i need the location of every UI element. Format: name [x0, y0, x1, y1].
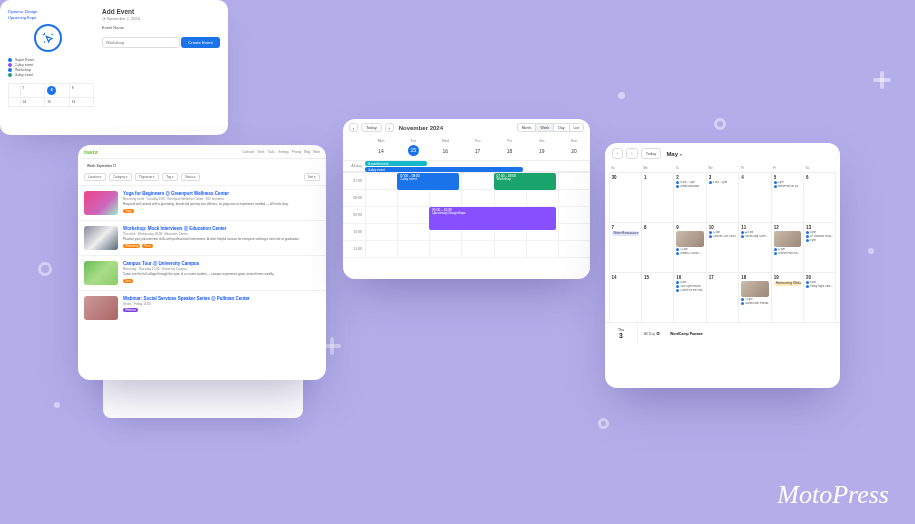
event-item[interactable]: 8 pm	[806, 231, 833, 234]
nav-link[interactable]: Tasks	[267, 150, 275, 154]
day-cell[interactable]: 208 pmFriday Night Dance Party	[803, 272, 836, 323]
event-row[interactable]: Yoga for Beginners @ Greenport Wellness …	[78, 185, 326, 220]
filter-chip[interactable]: Category ▾	[109, 173, 132, 181]
day-cell[interactable]: 8	[641, 222, 674, 273]
event-item[interactable]: Crochet Park Place Outing	[774, 252, 801, 255]
today-button[interactable]: Today	[361, 123, 382, 132]
nav-link[interactable]: Work	[258, 150, 265, 154]
day-strip-event[interactable]: WordCamp Pawnee	[670, 332, 703, 336]
filter-chip[interactable]: Tag ▾	[162, 173, 178, 181]
nav-link[interactable]: More	[313, 150, 320, 154]
event-item[interactable]: Crochet Club Lunch	[709, 235, 736, 238]
timed-event[interactable]: 09:00 – 10:30Upcoming Design Expo	[429, 207, 555, 230]
day-number[interactable]: 15	[397, 143, 429, 160]
day-cell[interactable]: 168 am14th Open HouseConcert in the Park	[673, 272, 706, 323]
event-item[interactable]: 8 pm	[806, 281, 833, 284]
site-logo[interactable]: tsetz	[84, 149, 98, 155]
nav-link[interactable]: Settings	[278, 150, 289, 154]
day-cell[interactable]: 1	[641, 172, 674, 223]
filter-chip[interactable]: Status ▾	[181, 173, 200, 181]
event-item[interactable]: ■ 9 am	[741, 231, 768, 234]
mini-day[interactable]: 14	[20, 97, 46, 107]
event-item[interactable]: Concert in the Park	[676, 289, 703, 292]
event-item[interactable]: 12 pm	[774, 248, 801, 251]
allday-event[interactable]: 4-day event	[365, 167, 523, 172]
event-row[interactable]: Webinar: Social Services Speaker Series …	[78, 290, 326, 325]
day-cell[interactable]: 29 am – 5 pmWaffle Breakfast	[673, 172, 706, 223]
event-item[interactable]: 14th Open House	[676, 285, 703, 288]
day-cell[interactable]: 14	[609, 272, 642, 323]
event-item[interactable]: 2 pm	[774, 181, 801, 184]
mini-day[interactable]: 16	[69, 97, 95, 107]
day-number[interactable]: 17	[461, 143, 493, 160]
create-event-button[interactable]: Create Event	[181, 37, 219, 48]
view-month[interactable]: Month	[518, 124, 536, 131]
multi-day-event[interactable]: Winter Renaissance Fair	[612, 231, 639, 236]
filter-chip[interactable]: Location ▾	[84, 173, 106, 181]
day-number[interactable]: 18	[494, 143, 526, 160]
mini-day[interactable]: 7	[20, 83, 46, 98]
event-item[interactable]: WordCamp Overview	[741, 235, 768, 238]
day-cell[interactable]: 17	[706, 272, 739, 323]
event-title[interactable]: Webinar: Social Services Speaker Series …	[123, 296, 320, 301]
event-item[interactable]: 12 pm	[741, 298, 768, 301]
view-week[interactable]: Week	[535, 124, 553, 131]
prev-month-button[interactable]: ‹	[612, 148, 623, 159]
day-number[interactable]: 16	[429, 143, 461, 160]
day-cell[interactable]: 11■ 9 amWordCamp Overview	[738, 222, 771, 273]
day-cell[interactable]: 138 pmLF Donation Fundraiser8 pm	[803, 222, 836, 273]
next-month-button[interactable]: ›	[626, 148, 637, 159]
month-title[interactable]: May ▾	[666, 151, 681, 157]
day-number[interactable]: 19	[526, 143, 558, 160]
nav-link[interactable]: Pricing	[292, 150, 301, 154]
day-number[interactable]: 14	[365, 143, 397, 160]
event-item[interactable]: 9 am – 5 pm	[709, 181, 736, 184]
event-title[interactable]: Yoga for Beginners @ Greenport Wellness …	[123, 191, 320, 196]
event-name-input[interactable]	[102, 37, 180, 48]
event-item[interactable]: 8 am	[676, 281, 703, 284]
mini-day[interactable]: 15	[44, 97, 70, 107]
sort-button[interactable]: Sort ▾	[304, 173, 320, 181]
today-button[interactable]: Today	[641, 148, 662, 159]
timed-event[interactable]: 07:00 – 08:002-day event	[397, 173, 459, 190]
event-item[interactable]: 9 am – 5 pm	[676, 181, 703, 184]
mini-day[interactable]: 8	[44, 83, 70, 98]
event-item[interactable]: WordPress for Writers Workshop	[774, 185, 801, 188]
event-item[interactable]: Waffles Crochet Club Lunch	[676, 252, 703, 255]
day-cell[interactable]: 1212 pmCrochet Park Place Outing	[771, 222, 804, 273]
day-number[interactable]: 20	[558, 143, 590, 160]
day-cell[interactable]: 15	[641, 272, 674, 323]
view-day[interactable]: Day	[553, 124, 568, 131]
day-cell[interactable]: 19Homecoming Weekend	[771, 272, 804, 323]
view-list[interactable]: List	[569, 124, 583, 131]
day-cell[interactable]: 1812 pmWaffles with Friends	[738, 272, 771, 323]
day-cell[interactable]: 30	[609, 172, 642, 223]
event-item[interactable]: 12 pm	[709, 231, 736, 234]
event-item[interactable]: 12 pm	[676, 248, 703, 251]
event-item[interactable]: Friday Night Dance Party	[806, 285, 833, 288]
month-grid[interactable]: 30129 am – 5 pmWaffle Breakfast39 am – 5…	[605, 172, 840, 322]
day-cell[interactable]: 6	[803, 172, 836, 223]
event-row[interactable]: Workshop: Mock Interviews @ Education Ce…	[78, 220, 326, 255]
filter-chip[interactable]: Organizer ▾	[135, 173, 159, 181]
multi-day-event[interactable]: Homecoming Weekend	[774, 281, 801, 286]
day-cell[interactable]: 912 pmWaffles Crochet Club Lunch	[673, 222, 706, 273]
event-item[interactable]: LF Donation Fundraiser	[806, 235, 833, 238]
event-row[interactable]: Campus Tour @ University Campus Recurrin…	[78, 255, 326, 290]
allday-event[interactable]: 3-month event	[365, 161, 427, 166]
week-grid[interactable]: 07:00 – 08:002-day event07:00 – 08:00Wor…	[365, 173, 590, 258]
event-title[interactable]: Workshop: Mock Interviews @ Education Ce…	[123, 226, 320, 231]
timed-event[interactable]: 07:00 – 08:00Workshop	[494, 173, 556, 190]
event-item[interactable]: Waffle Breakfast	[676, 185, 703, 188]
day-cell[interactable]: 1012 pmCrochet Club Lunch	[706, 222, 739, 273]
event-link[interactable]: Upcoming Expo	[8, 15, 94, 20]
event-link[interactable]: Dynamic Design	[8, 9, 94, 14]
event-item[interactable]: Waffles with Friends	[741, 302, 768, 305]
day-cell[interactable]: 7Winter Renaissance Fair	[609, 222, 642, 273]
day-cell[interactable]: 4	[738, 172, 771, 223]
prev-week-button[interactable]: ‹	[349, 123, 358, 132]
mini-day[interactable]: 9	[69, 83, 95, 98]
next-week-button[interactable]: ›	[385, 123, 394, 132]
event-title[interactable]: Campus Tour @ University Campus	[123, 261, 320, 266]
day-cell[interactable]: 39 am – 5 pm	[706, 172, 739, 223]
